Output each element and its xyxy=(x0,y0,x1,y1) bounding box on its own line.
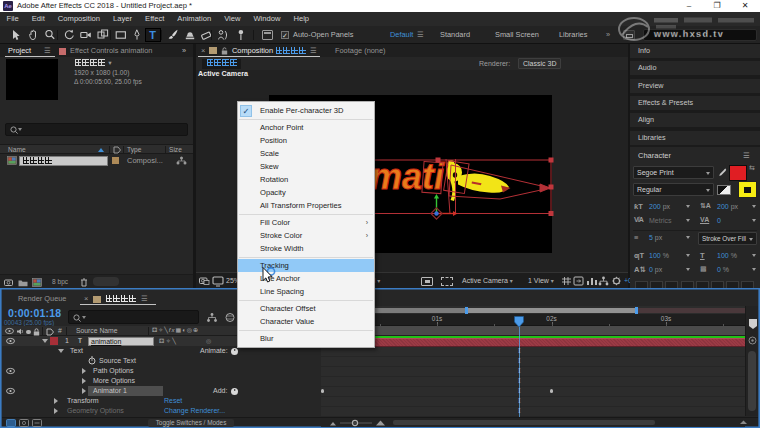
timeline-search-field[interactable] xyxy=(68,310,199,324)
mini-flowchart-icon[interactable] xyxy=(206,312,219,323)
grid-guides-icon[interactable] xyxy=(561,276,572,286)
panel-section-effects-presets[interactable]: Effects & Presets xyxy=(630,96,760,110)
view-layout-dropdown[interactable]: 1 View ▾ xyxy=(528,273,554,289)
project-search-field[interactable] xyxy=(5,123,188,136)
layer-name-field[interactable]: animation xyxy=(88,337,154,346)
sort-ascending-icon[interactable] xyxy=(98,148,104,152)
panel-section-libraries[interactable]: Libraries xyxy=(630,131,760,145)
menu-item-stroke-width[interactable]: Stroke Width xyxy=(238,242,374,255)
menu-item-position[interactable]: Position xyxy=(238,134,374,147)
expander-icon[interactable] xyxy=(58,349,64,353)
kerning-value[interactable]: Metrics xyxy=(649,217,672,224)
region-of-interest-icon[interactable] xyxy=(421,277,433,286)
zoom-tool[interactable] xyxy=(43,29,57,41)
panel-section-preview[interactable]: Preview xyxy=(630,79,760,93)
pen-tool[interactable] xyxy=(130,29,144,41)
menu-file[interactable]: File xyxy=(0,12,25,26)
hand-tool[interactable] xyxy=(26,29,40,41)
menu-layer[interactable]: Layer xyxy=(107,12,139,26)
menu-item-scale[interactable]: Scale xyxy=(238,147,374,160)
puppet-pin-tool[interactable] xyxy=(234,29,248,41)
workspace-search-field[interactable] xyxy=(643,29,757,41)
baseline-shift-dropdown-icon[interactable] xyxy=(686,268,690,271)
project-item-name-field[interactable] xyxy=(19,156,108,166)
playhead-marker[interactable] xyxy=(514,316,524,328)
clone-stamp-tool[interactable] xyxy=(183,29,197,41)
flowchart-mini-icon[interactable] xyxy=(598,276,609,286)
rotation-tool[interactable] xyxy=(62,29,76,41)
composition-breadcrumb[interactable] xyxy=(202,59,241,69)
expander-icon[interactable] xyxy=(82,388,86,394)
time-navigator-view[interactable] xyxy=(467,308,637,313)
property-name[interactable]: Text xyxy=(70,346,83,356)
selection-tool[interactable] xyxy=(8,29,22,41)
expander-icon[interactable] xyxy=(82,378,86,384)
video-eye-icon[interactable] xyxy=(6,368,15,375)
expand-transfer-icon[interactable] xyxy=(32,419,42,427)
draft-3d-icon[interactable] xyxy=(224,312,237,323)
animate-menu-button[interactable] xyxy=(231,388,238,395)
property-name[interactable]: Path Options xyxy=(93,366,133,376)
roto-brush-tool[interactable] xyxy=(216,29,230,41)
vertical-scale-dropdown-icon[interactable] xyxy=(686,254,690,257)
current-timecode[interactable]: 0:00:01:18 xyxy=(8,307,61,319)
comp-marker-bin-icon[interactable] xyxy=(748,318,758,330)
menu-item-opacity[interactable]: Opacity xyxy=(238,186,374,199)
menu-item-stroke-color[interactable]: Stroke Color› xyxy=(238,229,374,242)
property-name[interactable]: Geometry Options xyxy=(67,406,124,416)
maximize-button[interactable]: ❐ xyxy=(708,0,726,12)
eyedropper-icon[interactable] xyxy=(717,167,727,179)
label-column-icon[interactable] xyxy=(113,146,121,154)
leading-dropdown-icon[interactable] xyxy=(752,205,756,208)
timeline-row-transform[interactable]: TransformReset xyxy=(2,396,321,406)
type-tool[interactable]: T xyxy=(146,29,160,41)
transparency-grid-icon[interactable] xyxy=(441,277,453,286)
workspace-search-icon[interactable] xyxy=(623,30,635,40)
timeline-horizontal-scrollbar[interactable] xyxy=(393,420,655,425)
source-name-column-label[interactable]: Source Name xyxy=(76,327,118,334)
workspace-tab-default[interactable]: Default xyxy=(390,26,413,44)
panel-overflow-icon[interactable]: » xyxy=(182,44,186,57)
expander-icon[interactable] xyxy=(82,368,86,374)
property-name[interactable]: Transform xyxy=(67,396,99,406)
column-size[interactable]: Size xyxy=(169,146,182,153)
workspace-overflow-button[interactable]: » xyxy=(606,26,610,44)
auto-open-panels-checkbox[interactable]: ✓ xyxy=(281,31,289,39)
column-type[interactable]: Type xyxy=(127,146,141,153)
font-size-dropdown-icon[interactable] xyxy=(686,205,690,208)
leading-value[interactable]: 200 px xyxy=(717,203,738,210)
work-area-start-marker[interactable] xyxy=(465,307,468,314)
expand-render-time-icon[interactable] xyxy=(19,419,29,427)
menu-animation[interactable]: Animation xyxy=(171,12,218,26)
tracking-dropdown-icon[interactable] xyxy=(752,219,756,222)
item-label-swatch[interactable] xyxy=(112,157,119,164)
menu-item-character-value[interactable]: Character Value xyxy=(238,315,374,328)
menu-item-anchor-point[interactable]: Anchor Point xyxy=(238,121,374,134)
menu-composition[interactable]: Composition xyxy=(51,12,106,26)
work-area-bar[interactable] xyxy=(321,326,745,336)
tsume-value[interactable]: 0 % xyxy=(717,266,729,273)
menu-item-skew[interactable]: Skew xyxy=(238,160,374,173)
interpret-footage-icon[interactable] xyxy=(4,278,14,287)
panel-section-align[interactable]: Align xyxy=(630,113,760,127)
minimize-button[interactable]: – xyxy=(680,0,698,12)
pixel-aspect-icon[interactable] xyxy=(573,276,585,286)
timeline-row-animator-1[interactable]: Animator 1Add: xyxy=(2,386,321,396)
toggle-switches-modes-button[interactable]: Toggle Switches / Modes xyxy=(148,419,234,427)
tracking-value[interactable]: 0 xyxy=(717,217,721,224)
menu-item-fill-color[interactable]: Fill Color› xyxy=(238,216,374,229)
workspace-tab-standard[interactable]: Standard xyxy=(440,26,470,44)
timeline-graph-icon[interactable] xyxy=(586,276,598,286)
comp-button-icon[interactable] xyxy=(748,336,757,345)
vertical-scale-value[interactable]: 100 % xyxy=(649,252,669,259)
menu-window[interactable]: Window xyxy=(247,12,287,26)
expander-icon[interactable] xyxy=(54,408,58,414)
baseline-shift-value[interactable]: 0 px xyxy=(649,266,662,273)
keyframe-dot[interactable] xyxy=(321,389,325,393)
font-size-value[interactable]: 200 px xyxy=(649,203,670,210)
menu-item-all-transform-properties[interactable]: All Transform Properties xyxy=(238,199,374,212)
workspace-menu-icon[interactable]: ☰ xyxy=(417,26,424,44)
keyframe-dot[interactable] xyxy=(550,389,554,393)
property-name[interactable]: Animator 1 xyxy=(93,386,127,396)
layer-expander-icon[interactable] xyxy=(42,339,48,343)
